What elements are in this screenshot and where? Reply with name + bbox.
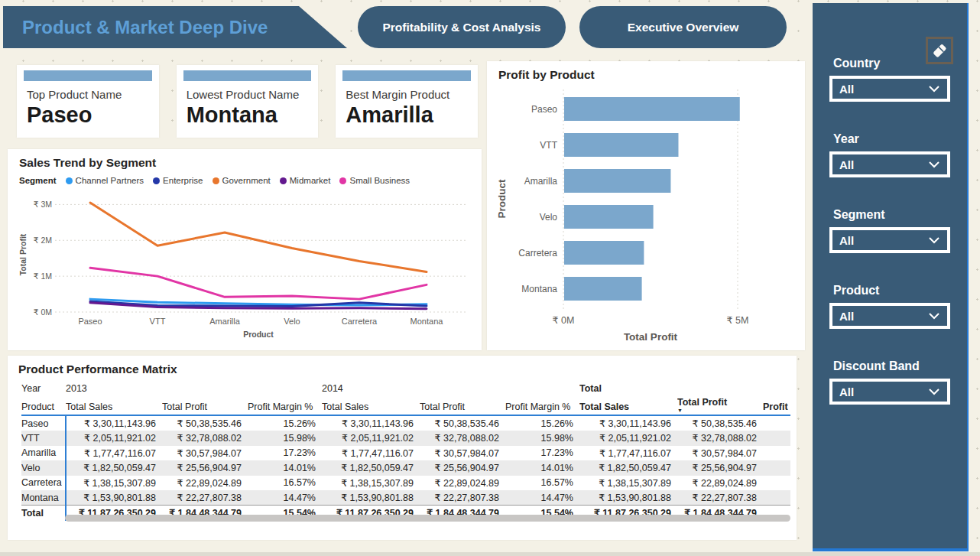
row-value: ₹ 1,77,47,116.07 — [66, 446, 162, 461]
row-product-name: Velo — [21, 460, 66, 476]
row-value: ₹ 1,82,50,059.47 — [66, 460, 162, 476]
discount-band-dropdown[interactable]: All — [829, 379, 950, 405]
dropdown-inner: All — [832, 382, 947, 402]
row-value — [763, 415, 790, 431]
bar-velo[interactable] — [564, 205, 654, 229]
table-row-velo[interactable]: Velo₹ 1,82,50,059.47₹ 25,56,904.9714.01%… — [21, 460, 790, 476]
legend-label: Small Business — [349, 176, 410, 185]
filter-group-year: YearAll — [829, 132, 952, 177]
legend-item-channel-partners[interactable]: Channel Partners — [66, 176, 144, 185]
legend-item-midmarket[interactable]: Midmarket — [280, 176, 331, 185]
product-dropdown[interactable]: All — [829, 303, 950, 329]
row-value: ₹ 1,53,90,801.88 — [579, 490, 677, 506]
kpi-card-best-margin-product: Best Margin ProductAmarilla — [336, 65, 478, 138]
row-value: 15.98% — [505, 431, 579, 446]
row-product-name: Montana — [21, 490, 66, 506]
column-header-total-profit-1[interactable]: Total Profit — [162, 395, 248, 415]
svg-text:Total Profit: Total Profit — [624, 331, 678, 343]
table-row-carretera[interactable]: Carretera₹ 1,38,15,307.89₹ 22,89,024.891… — [21, 476, 790, 491]
column-header-total-sales-6[interactable]: Total Sales — [579, 395, 677, 415]
row-value — [763, 460, 790, 476]
table-row-vtt[interactable]: VTT₹ 2,05,11,921.02₹ 32,78,088.0215.98%₹… — [21, 431, 790, 446]
legend-title: Segment — [19, 176, 57, 185]
bar-carretera[interactable] — [564, 241, 644, 265]
chevron-down-icon — [928, 312, 940, 320]
product-performance-matrix: Year 20132014Total Product Total SalesTo… — [21, 381, 790, 521]
row-value — [763, 431, 790, 446]
segment-dropdown[interactable]: All — [829, 227, 950, 253]
corner-product-label: Product — [21, 395, 66, 415]
dropdown-value: All — [839, 310, 854, 323]
row-value: ₹ 1,38,15,307.89 — [322, 476, 420, 491]
column-header-total-sales-3[interactable]: Total Sales — [322, 395, 420, 415]
column-header-total-profit-7[interactable]: Total Profit▼ — [677, 395, 763, 415]
bar-amarilla[interactable] — [564, 169, 670, 193]
chevron-down-icon — [928, 85, 940, 93]
svg-text:₹ 5M: ₹ 5M — [727, 315, 749, 326]
table-row-paseo[interactable]: Paseo₹ 3,30,11,143.96₹ 50,38,535.4615.26… — [21, 415, 790, 431]
legend-item-small-business[interactable]: Small Business — [339, 176, 410, 185]
legend-label: Midmarket — [290, 176, 331, 185]
profit-by-product-bar-chart[interactable]: ₹ 0M₹ 5MPaseoVTTAmarillaVeloCarreteraMon… — [493, 86, 799, 343]
table-row-amarilla[interactable]: Amarilla₹ 1,77,47,116.07₹ 30,57,984.0717… — [21, 446, 790, 461]
table-row-montana[interactable]: Montana₹ 1,53,90,801.88₹ 22,27,807.3814.… — [21, 490, 790, 506]
total-row-label: Total — [21, 506, 66, 521]
nav-button-executive-overview[interactable]: Executive Overview — [579, 6, 787, 48]
table-title: Product Performance Matrix — [8, 356, 797, 376]
nav-button-profitability-cost-analysis[interactable]: Profitability & Cost Analysis — [358, 6, 566, 48]
bar-montana[interactable] — [564, 277, 642, 301]
row-value: ₹ 1,38,15,307.89 — [66, 476, 162, 491]
bar-vtt[interactable] — [564, 133, 678, 157]
svg-text:₹ 3M: ₹ 3M — [34, 200, 52, 209]
bar-chart-title: Profit by Product — [487, 61, 805, 82]
row-value: ₹ 1,38,15,307.89 — [579, 476, 677, 491]
dropdown-inner: All — [832, 306, 947, 326]
bar-paseo[interactable] — [564, 97, 740, 121]
row-value: ₹ 22,27,807.38 — [677, 490, 763, 506]
row-value: ₹ 25,56,904.97 — [162, 460, 248, 476]
svg-text:₹ 2M: ₹ 2M — [34, 236, 52, 245]
corner-year-label: Year — [21, 381, 66, 395]
row-value — [763, 490, 790, 506]
svg-text:Velo: Velo — [284, 317, 300, 326]
row-value: ₹ 1,53,90,801.88 — [322, 490, 420, 506]
product-performance-matrix-card: Product Performance Matrix Year 20132014… — [8, 356, 797, 540]
sales-trend-line-chart[interactable]: ₹ 0M₹ 1M₹ 2M₹ 3MPaseoVTTAmarillaVeloCarr… — [18, 190, 471, 341]
column-header-total-profit-4[interactable]: Total Profit — [420, 395, 505, 415]
year-dropdown[interactable]: All — [829, 151, 950, 177]
column-header-profit-8[interactable]: Profit — [763, 395, 790, 415]
column-header-profit-margin--5[interactable]: Profit Margin % — [505, 395, 579, 415]
svg-text:₹ 0M: ₹ 0M — [553, 315, 575, 326]
row-value: ₹ 3,30,11,143.96 — [579, 415, 677, 431]
line-series-government[interactable] — [90, 203, 427, 271]
table-horizontal-scrollbar[interactable] — [65, 515, 790, 522]
kpi-row: Top Product NamePaseoLowest Product Name… — [17, 65, 478, 138]
line-series-small-business[interactable] — [90, 268, 427, 299]
row-value: ₹ 30,57,984.07 — [677, 446, 763, 461]
column-header-profit-margin--2[interactable]: Profit Margin % — [248, 395, 322, 415]
svg-text:Amarilla: Amarilla — [524, 176, 558, 187]
column-header-total-sales-0[interactable]: Total Sales — [66, 395, 162, 415]
row-value: 17.23% — [248, 446, 322, 461]
row-value: ₹ 1,53,90,801.88 — [66, 490, 162, 506]
svg-text:Paseo: Paseo — [78, 317, 102, 326]
row-value: ₹ 1,82,50,059.47 — [322, 460, 420, 476]
filter-label: Segment — [829, 208, 952, 222]
filter-group-product: ProductAll — [829, 284, 952, 329]
legend-item-government[interactable]: Government — [213, 176, 271, 185]
legend-item-enterprise[interactable]: Enterprise — [153, 176, 203, 185]
row-value: ₹ 30,57,984.07 — [162, 446, 248, 461]
nav-buttons: Profitability & Cost AnalysisExecutive O… — [358, 6, 787, 48]
kpi-value: Paseo — [24, 102, 152, 128]
dropdown-inner: All — [832, 79, 947, 99]
filter-group-segment: SegmentAll — [829, 208, 952, 253]
row-value: ₹ 1,77,47,116.07 — [322, 446, 420, 461]
filter-label: Year — [829, 132, 952, 146]
svg-text:Velo: Velo — [540, 212, 558, 223]
matrix-wrap: Year 20132014Total Product Total SalesTo… — [21, 381, 790, 521]
row-value: ₹ 2,05,11,921.02 — [66, 431, 162, 446]
sort-descending-icon: ▼ — [677, 408, 757, 412]
country-dropdown[interactable]: All — [829, 76, 950, 102]
row-value: 15.98% — [248, 431, 322, 446]
svg-text:Montana: Montana — [410, 317, 444, 326]
